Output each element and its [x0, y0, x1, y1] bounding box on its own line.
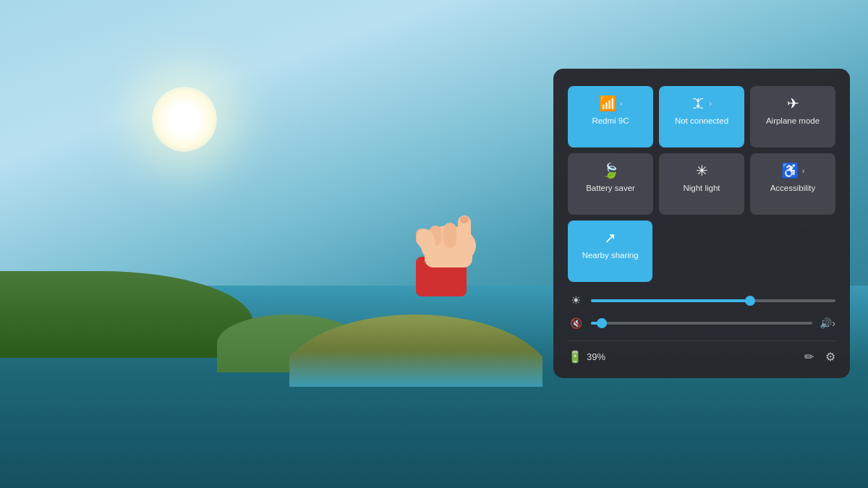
- volume-slider-row: 🔇 🔊›: [568, 317, 835, 329]
- night-light-icon: ✳: [696, 163, 708, 178]
- volume-thumb[interactable]: [597, 318, 607, 328]
- battery-saver-icon: 🍃: [602, 163, 620, 178]
- wifi-tile[interactable]: 📶 › Redmi 9C: [568, 86, 653, 147]
- brightness-thumb[interactable]: [745, 296, 755, 306]
- accessibility-label: Accessibility: [770, 184, 816, 192]
- bluetooth-icon: ⯰: [692, 96, 706, 111]
- battery-icon: 🔋: [568, 350, 582, 364]
- battery-saver-label: Battery saver: [586, 184, 635, 192]
- nearby-sharing-icon: ↗: [604, 231, 616, 245]
- accessibility-chevron-icon: ›: [802, 166, 805, 175]
- svg-rect-4: [443, 223, 456, 248]
- bluetooth-tile[interactable]: ⯰ › Not connected: [659, 86, 744, 147]
- nearby-sharing-label: Nearby sharing: [582, 251, 639, 260]
- accessibility-tile[interactable]: ♿ › Accessibility: [750, 153, 835, 215]
- brightness-slider-row: ☀: [568, 294, 835, 307]
- volume-track[interactable]: [591, 322, 812, 325]
- tiles-row-1: 📶 › Redmi 9C ⯰ › Not connected ✈ Airplan…: [568, 86, 835, 147]
- settings-icon[interactable]: ⚙: [825, 350, 835, 364]
- sliders-section: ☀ 🔇 🔊›: [568, 294, 835, 329]
- brightness-track[interactable]: [591, 299, 835, 302]
- battery-percent: 39%: [587, 351, 605, 362]
- wifi-chevron-icon: ›: [620, 99, 623, 108]
- volume-mute-icon: 🔇: [568, 317, 584, 329]
- volume-settings-icon[interactable]: 🔊›: [820, 317, 835, 329]
- sun-decoration: [152, 87, 217, 152]
- night-light-tile[interactable]: ✳ Night light: [659, 153, 744, 215]
- status-bar: 🔋 39% ✏ ⚙: [568, 341, 835, 364]
- quick-settings-panel: 📶 › Redmi 9C ⯰ › Not connected ✈ Airplan…: [553, 69, 850, 378]
- battery-info: 🔋 39%: [568, 350, 605, 364]
- tiles-row-3: ↗ Nearby sharing: [568, 221, 835, 282]
- brightness-fill: [591, 299, 750, 302]
- battery-saver-tile[interactable]: 🍃 Battery saver: [568, 153, 653, 215]
- svg-point-8: [460, 216, 469, 223]
- status-icons: ✏ ⚙: [804, 350, 835, 364]
- airplane-tile[interactable]: ✈ Airplane mode: [750, 86, 835, 147]
- edit-icon[interactable]: ✏: [804, 350, 814, 364]
- bluetooth-chevron-icon: ›: [709, 99, 712, 108]
- night-light-label: Night light: [683, 184, 720, 192]
- airplane-label: Airplane mode: [766, 116, 820, 125]
- airplane-icon: ✈: [787, 96, 799, 111]
- hand-cursor: [394, 195, 488, 296]
- accessibility-icon: ♿: [781, 163, 799, 178]
- bluetooth-label: Not connected: [675, 116, 728, 125]
- wifi-label: Redmi 9C: [592, 116, 629, 125]
- nearby-sharing-tile[interactable]: ↗ Nearby sharing: [568, 221, 652, 282]
- brightness-icon: ☀: [568, 294, 584, 307]
- tiles-row-2: 🍃 Battery saver ✳ Night light ♿ › Access…: [568, 153, 835, 215]
- wifi-icon: 📶: [599, 96, 617, 111]
